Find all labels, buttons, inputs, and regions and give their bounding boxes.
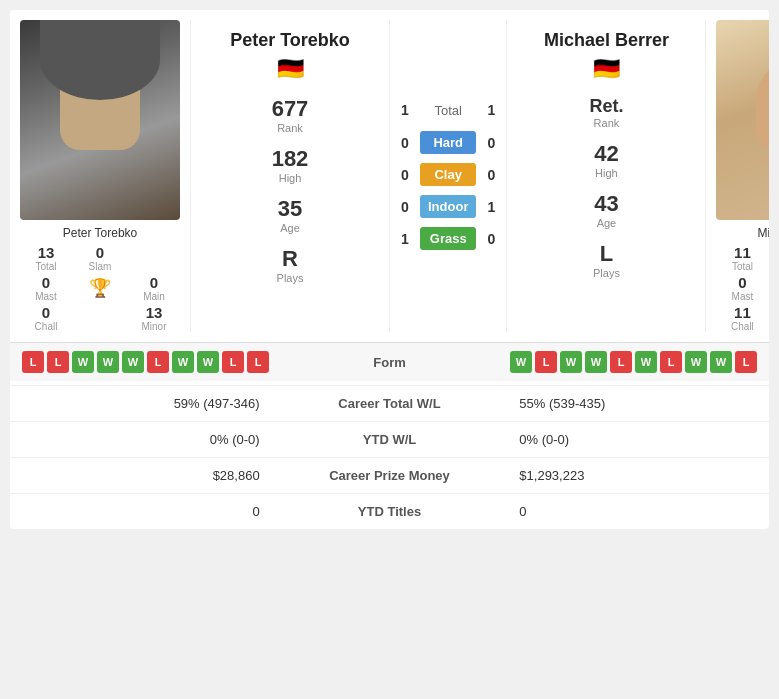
left-total-box: 13 Total <box>20 244 72 272</box>
left-slam-val: 0 <box>74 244 126 261</box>
trophy-icon-left: 🏆 <box>89 277 111 299</box>
left-rank-val: 677 <box>272 96 309 122</box>
left-slam-lbl: Slam <box>74 261 126 272</box>
right-rank-stat: Ret. Rank <box>589 96 623 129</box>
left-age-lbl: Age <box>278 222 302 234</box>
left-middle-col: Peter Torebko 🇩🇪 677 Rank 182 High 35 Ag… <box>190 20 390 332</box>
form-badge-left: W <box>97 351 119 373</box>
ytd-wl-right: 0% (0-0) <box>503 422 769 458</box>
form-badge-right: L <box>660 351 682 373</box>
left-age-val: 35 <box>278 196 302 222</box>
right-mast-val: 0 <box>716 274 768 291</box>
indoor-row: 0 Indoor 1 <box>390 195 506 218</box>
form-badge-right: W <box>510 351 532 373</box>
total-score-right: 1 <box>476 102 506 118</box>
hard-score-left: 0 <box>390 135 420 151</box>
form-badge-left: W <box>197 351 219 373</box>
right-player-name-under: Michael Berrer <box>757 226 769 240</box>
ytd-titles-row: 0 YTD Titles 0 <box>10 494 769 530</box>
left-minor-lbl: Minor <box>128 321 180 332</box>
left-total-lbl: Total <box>20 261 72 272</box>
total-surface-row: 1 Total 1 <box>390 102 506 118</box>
form-badges-left: LLWWWLWWLL <box>22 351 269 373</box>
right-rank-lbl: Rank <box>589 117 623 129</box>
left-chall-val: 0 <box>20 304 72 321</box>
indoor-button[interactable]: Indoor <box>420 195 476 218</box>
form-badge-left: L <box>222 351 244 373</box>
left-mast-val: 0 <box>20 274 72 291</box>
form-badge-left: L <box>47 351 69 373</box>
form-badge-left: W <box>172 351 194 373</box>
right-rank-val: Ret. <box>589 96 623 117</box>
left-chall-box: 0 Chall <box>20 304 72 332</box>
right-player-stats: 11 Total 0 Slam 0 Mast 🏆 0 Main <box>716 244 769 332</box>
form-badges-right: WLWWLWLWWL <box>510 351 757 373</box>
right-plays-val: L <box>593 241 620 267</box>
grass-row: 1 Grass 0 <box>390 227 506 250</box>
form-section: LLWWWLWWLL Form WLWWLWLWWL <box>10 342 769 381</box>
form-badge-right: L <box>610 351 632 373</box>
left-plays-val: R <box>277 246 304 272</box>
ytd-titles-label: YTD Titles <box>276 494 504 530</box>
total-score-left: 1 <box>390 102 420 118</box>
left-minor-val: 13 <box>128 304 180 321</box>
indoor-score-left: 0 <box>390 199 420 215</box>
hard-score-right: 0 <box>476 135 506 151</box>
career-prize-row: $28,860 Career Prize Money $1,293,223 <box>10 458 769 494</box>
clay-button[interactable]: Clay <box>420 163 476 186</box>
form-badge-left: L <box>247 351 269 373</box>
right-total-val: 11 <box>716 244 768 261</box>
left-main-val: 0 <box>128 274 180 291</box>
stats-table: 59% (497-346) Career Total W/L 55% (539-… <box>10 385 769 529</box>
form-badge-right: W <box>585 351 607 373</box>
left-chall-lbl: Chall <box>20 321 72 332</box>
left-slam-box: 0 Slam <box>74 244 126 272</box>
left-high-val: 182 <box>272 146 309 172</box>
center-surface-section: 1 Total 1 0 Hard 0 0 Clay 0 0 Indoor 1 <box>390 20 506 332</box>
left-player: Peter Torebko 13 Total 0 Slam 0 Mast 🏆 <box>10 20 190 332</box>
right-player-photo <box>716 20 769 220</box>
hard-button[interactable]: Hard <box>420 131 476 154</box>
left-mast-lbl: Mast <box>20 291 72 302</box>
ytd-titles-right: 0 <box>503 494 769 530</box>
right-middle-col: Michael Berrer 🇩🇪 Ret. Rank 42 High 43 A… <box>506 20 706 332</box>
right-chall-val: 11 <box>716 304 768 321</box>
left-trophy: 🏆 <box>74 274 126 302</box>
left-high-stat: 182 High <box>272 146 309 184</box>
right-total-lbl: Total <box>716 261 768 272</box>
right-age-lbl: Age <box>594 217 618 229</box>
left-minor-box: 13 Minor <box>128 304 180 332</box>
left-player-stats: 13 Total 0 Slam 0 Mast 🏆 0 Main <box>20 244 180 332</box>
right-plays-stat: L Plays <box>593 241 620 279</box>
right-chall-box: 11 Chall <box>716 304 768 332</box>
form-badge-right: W <box>635 351 657 373</box>
career-prize-label: Career Prize Money <box>276 458 504 494</box>
career-wl-row: 59% (497-346) Career Total W/L 55% (539-… <box>10 386 769 422</box>
right-flag: 🇩🇪 <box>593 56 620 82</box>
right-mast-box: 0 Mast <box>716 274 768 302</box>
right-high-lbl: High <box>594 167 618 179</box>
grass-button[interactable]: Grass <box>420 227 476 250</box>
ytd-wl-row: 0% (0-0) YTD W/L 0% (0-0) <box>10 422 769 458</box>
left-main-box: 0 Main <box>128 274 180 302</box>
career-prize-left: $28,860 <box>10 458 276 494</box>
right-age-stat: 43 Age <box>594 191 618 229</box>
form-badge-right: L <box>735 351 757 373</box>
left-rank-stat: 677 Rank <box>272 96 309 134</box>
right-high-val: 42 <box>594 141 618 167</box>
form-badge-right: W <box>560 351 582 373</box>
indoor-score-right: 1 <box>476 199 506 215</box>
left-plays-stat: R Plays <box>277 246 304 284</box>
right-mast-lbl: Mast <box>716 291 768 302</box>
ytd-titles-left: 0 <box>10 494 276 530</box>
form-badge-right: W <box>710 351 732 373</box>
left-total-val: 13 <box>20 244 72 261</box>
form-badge-left: L <box>147 351 169 373</box>
grass-score-left: 1 <box>390 231 420 247</box>
career-wl-right: 55% (539-435) <box>503 386 769 422</box>
career-wl-label: Career Total W/L <box>276 386 504 422</box>
form-badge-right: W <box>685 351 707 373</box>
left-high-lbl: High <box>272 172 309 184</box>
left-main-lbl: Main <box>128 291 180 302</box>
clay-score-left: 0 <box>390 167 420 183</box>
